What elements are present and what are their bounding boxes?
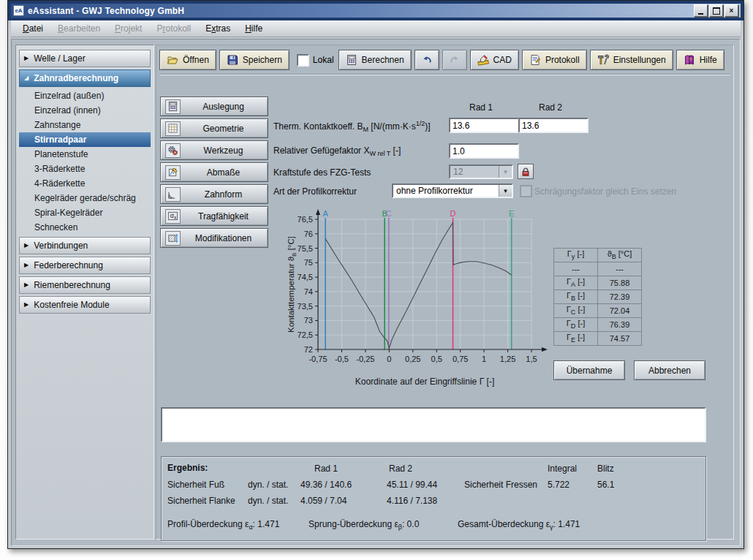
svg-text:0,75: 0,75 xyxy=(453,355,468,363)
sidebar-category-label: Verbindungen xyxy=(34,241,88,251)
section-button-label: Auslegung xyxy=(183,102,263,112)
sidebar-item-spiral-kegelräder[interactable]: Spiral-Kegelräder xyxy=(19,205,151,220)
total-overlap-value: Gesamt-Überdeckung εγ: 1.471 xyxy=(458,519,580,531)
design-calculator-icon xyxy=(167,101,178,112)
svg-text:1: 1 xyxy=(482,355,486,363)
thermal-contact-rad1-input[interactable] xyxy=(449,118,519,133)
thermal-contact-rad2-input[interactable] xyxy=(518,118,589,133)
contact-temperature-chart: ABCDE-0,75-0,5-0,2500,250,50,7511,251,57… xyxy=(283,209,550,390)
sidebar-item-planetenstufe[interactable]: Planetenstufe xyxy=(19,147,151,162)
sidebar-category-label: Zahnradberechnung xyxy=(34,73,118,83)
checkbox-icon[interactable] xyxy=(297,54,309,67)
fzg-load-stage-dropdown: 12▼ xyxy=(449,164,513,179)
section-button-label: Tragfähigkeit xyxy=(183,211,263,222)
redo-icon xyxy=(449,54,461,66)
title-bar[interactable]: eA eAssistant - GWJ Technology GmbH × xyxy=(11,4,741,18)
root-safety-mode: dyn. / stat. xyxy=(248,480,288,490)
toolbar-button-undo[interactable] xyxy=(415,50,439,70)
gamma-table-row-a: ΓA [-]75.88 xyxy=(554,276,642,290)
expand-triangle-icon: ▶ xyxy=(24,302,29,308)
section-button-auslegung[interactable]: Auslegung xyxy=(160,97,268,116)
toolbar-button-label: Berechnen xyxy=(362,55,404,65)
section-button-zahnform[interactable]: Zahnform xyxy=(160,184,268,204)
client-area: ▶Welle / Lager◢ZahnradberechnungEinzelra… xyxy=(11,39,741,546)
help-book-icon: ? xyxy=(684,54,695,66)
section-button-werkzeug[interactable]: Werkzeug xyxy=(160,140,268,160)
sidebar-item-label: Planetenstufe xyxy=(34,149,88,159)
section-button-modifikationen[interactable]: Modifikationen xyxy=(160,228,268,248)
flank-safety-rad2: 4.116 / 7.138 xyxy=(387,496,437,506)
section-button-label: Abmaße xyxy=(183,167,263,178)
section-button-tragfähigkeit[interactable]: σxTragfähigkeit xyxy=(160,206,268,226)
toolbar-button-berechnen[interactable]: Berechnen xyxy=(338,50,412,70)
gamma-table-row-e: ΓE [-]74.57 xyxy=(554,332,642,346)
sidebar-category-label: Federberechnung xyxy=(34,260,103,270)
checkbox-label: Lokal xyxy=(313,55,334,65)
section-button-stack: AuslegungGeometrieWerkzeugAbmaßeZahnform… xyxy=(160,97,268,250)
menu-hilfe[interactable]: Hilfe xyxy=(238,22,270,35)
toolbar-button-öffnen[interactable]: Öffnen xyxy=(159,50,216,70)
sidebar-category-welle-lager[interactable]: ▶Welle / Lager xyxy=(19,50,151,67)
close-button[interactable]: × xyxy=(724,4,738,17)
sidebar-item-schnecken[interactable]: Schnecken xyxy=(19,220,151,235)
flank-safety-label: Sicherheit Flanke xyxy=(167,496,235,506)
sidebar-category-verbindungen[interactable]: ▶Verbindungen xyxy=(19,237,151,254)
sidebar-item-einzelrad-außen[interactable]: Einzelrad (außen) xyxy=(19,88,151,103)
structural-factor-input[interactable] xyxy=(449,143,519,159)
svg-text:?: ? xyxy=(689,57,692,62)
toolbar-button-label: Einstellungen xyxy=(613,55,666,65)
toolbar-button-hilfe[interactable]: ?Hilfe xyxy=(676,50,724,70)
apply-button[interactable]: Übernahme xyxy=(553,360,625,380)
section-button-abmaße[interactable]: Abmaße xyxy=(160,162,268,182)
sidebar-category-zahnradberechnung[interactable]: ◢Zahnradberechnung xyxy=(19,69,151,87)
fzg-load-stage-label: Kraftstufe des FZG-Tests xyxy=(273,167,371,178)
maximize-button[interactable] xyxy=(709,4,723,17)
sidebar-item-4-räderkette[interactable]: 4-Räderkette xyxy=(19,176,151,191)
protocol-document-icon xyxy=(529,54,541,66)
sidebar-item-zahnstange[interactable]: Zahnstange xyxy=(19,118,151,132)
chart-canvas: ABCDE-0,75-0,5-0,2500,250,50,7511,251,57… xyxy=(283,209,550,390)
profile-correction-label: Art der Profilkorrektur xyxy=(273,186,357,197)
tolerances-pencil-icon xyxy=(167,167,178,178)
sidebar-item-einzelrad-innen[interactable]: Einzelrad (innen) xyxy=(19,103,151,118)
window-title: eAssistant - GWJ Technology GmbH xyxy=(28,6,694,16)
sidebar-category-label: Welle / Lager xyxy=(34,53,85,64)
sidebar-category-kostenfreie-module[interactable]: ▶Kostenfreie Module xyxy=(19,296,151,314)
settings-tools-icon xyxy=(597,54,609,66)
sidebar-category-riemenberechnung[interactable]: ▶Riemenberechnung xyxy=(19,276,151,294)
toolbar-button-protokoll[interactable]: Protokoll xyxy=(522,50,587,70)
toolbar-button-speichern[interactable]: Speichern xyxy=(219,50,290,70)
dropdown-arrow-icon: ▼ xyxy=(499,185,512,197)
profile-correction-dropdown[interactable]: ohne Profilkorrektur▼ xyxy=(392,183,513,198)
save-floppy-icon xyxy=(227,54,238,66)
menu-protokoll: Protokoll xyxy=(149,22,198,35)
svg-text:72,5: 72,5 xyxy=(298,330,313,339)
expand-triangle-icon: ▶ xyxy=(24,56,29,61)
toolbar-button-label: Öffnen xyxy=(183,55,209,65)
toolbar-button-cad[interactable]: CAD xyxy=(470,50,519,70)
sidebar-item-kegelräder-gerade-schräg[interactable]: Kegelräder gerade/schräg xyxy=(19,191,151,205)
toolbar-button-label: Protokoll xyxy=(545,55,580,65)
menu-datei[interactable]: Datei xyxy=(15,22,50,35)
sidebar-category-federberechnung[interactable]: ▶Federberechnung xyxy=(19,257,151,274)
menu-extras[interactable]: Extras xyxy=(198,22,238,35)
tooth-form-gear-icon xyxy=(167,189,178,200)
fzg-lock-button[interactable] xyxy=(518,164,534,179)
sidebar-item-stirnradpaar[interactable]: Stirnradpaar xyxy=(19,132,151,147)
maximize-icon xyxy=(713,7,720,15)
menu-projekt: Projekt xyxy=(107,22,149,35)
svg-text:Kontakttemperatur ϑB [°C]: Kontakttemperatur ϑB [°C] xyxy=(287,236,298,333)
svg-text:73,5: 73,5 xyxy=(298,302,313,311)
sidebar-item-label: Schnecken xyxy=(34,222,77,232)
cad-icon xyxy=(477,54,489,66)
section-button-geometrie[interactable]: Geometrie xyxy=(160,118,268,138)
structural-factor-label: Relativer Gefügefaktor XW rel T [-] xyxy=(273,145,401,157)
helix-factor-checkbox-label: Schrägungsfaktor gleich Eins setzen xyxy=(534,186,676,197)
load-capacity-sigma-icon: σx xyxy=(167,211,178,222)
cancel-button[interactable]: Abbrechen xyxy=(634,360,705,380)
toolbar-button-einstellungen[interactable]: Einstellungen xyxy=(590,50,673,70)
sidebar-item-3-räderkette[interactable]: 3-Räderkette xyxy=(19,162,151,176)
section-button-label: Geometrie xyxy=(183,124,263,134)
toolbar-checkbox-lokal[interactable]: Lokal xyxy=(297,54,334,67)
minimize-button[interactable] xyxy=(694,4,708,17)
